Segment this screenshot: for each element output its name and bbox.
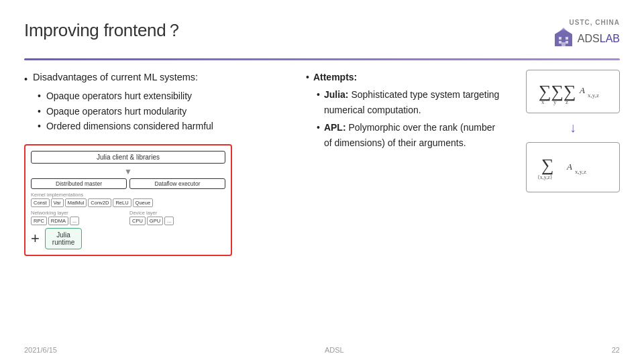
header: Improving frontend？ USTC, CHINA ADSLAB [24, 19, 620, 50]
apl-bullet: • [317, 120, 320, 135]
arch-arrow-1: ▼ [31, 167, 225, 176]
julia-bullet: • [317, 87, 320, 103]
svg-text:x: x [541, 99, 545, 105]
main-bullet-text: Disadvantages of current ML systems: [33, 70, 198, 85]
net-rpc: RPC [31, 217, 47, 225]
device-gpu: GPU [147, 217, 163, 225]
julia-attempt-text: Julia: Sophisticated type system targeti… [324, 87, 502, 118]
footer-date: 2021/6/15 [24, 346, 57, 354]
device-boxes: CPU GPU ... [129, 217, 225, 225]
slide: Improving frontend？ USTC, CHINA ADSLAB [0, 0, 644, 362]
page-title: Improving frontend？ [24, 19, 183, 42]
network-boxes: RPC RDMA ... [31, 217, 127, 225]
svg-rect-2 [566, 37, 568, 40]
plus-sign: + [31, 230, 40, 247]
lab-text: LAB [600, 33, 620, 44]
arch-diagram: Julia client & libraries ▼ Distributed m… [24, 144, 232, 256]
kernel-label: Kernel implementations [31, 192, 225, 198]
svg-text:x,y,z: x,y,z [575, 168, 586, 175]
apl-attempt-text: APL: Polymorphic over the rank (number o… [324, 120, 502, 151]
sub-bullets: • Opaque operators hurt extensibility • … [24, 88, 292, 133]
bullet-dot: • [24, 72, 28, 87]
title-underline [24, 58, 620, 60]
net-dots: ... [70, 217, 79, 225]
kernel-queue: Queue [133, 198, 154, 207]
svg-text:x,y,z: x,y,z [588, 92, 599, 99]
sub-bullet-3: • Ordered dimensions considered harmful [38, 119, 292, 133]
main-content: • Disadvantages of current ML systems: •… [24, 70, 620, 328]
kernel-var: Var [51, 198, 64, 207]
kernel-conv2d: Conv2D [88, 198, 111, 207]
footer: 2021/6/15 ADSL 22 [24, 346, 620, 354]
triple-sum-svg: ∑∑∑ x y z A x,y,z [536, 76, 610, 105]
sub-bullet-1: • Opaque operators hurt extensibility [38, 88, 292, 103]
adslab-logo: ADSLAB [552, 27, 620, 50]
apl-desc: Polymorphic over the rank (number of dim… [324, 122, 495, 148]
device-col: Device layer CPU GPU ... [129, 210, 225, 225]
svg-text:y: y [553, 99, 557, 105]
julia-client-box: Julia client & libraries [31, 151, 225, 164]
sub-text-1: Opaque operators hurt extensibility [46, 88, 192, 103]
top-math-box: ∑∑∑ x y z A x,y,z [526, 70, 620, 113]
sub-text-3: Ordered dimensions considered harmful [46, 119, 213, 133]
building-icon [552, 27, 575, 50]
arch-mid-row: Distributed master Dataflow executor [31, 178, 225, 189]
sub-dot-1: • [38, 88, 41, 103]
svg-text:{x,y,z}: {x,y,z} [537, 174, 553, 180]
network-col: Networking layer RPC RDMA ... [31, 210, 127, 225]
net-rdma: RDMA [48, 217, 68, 225]
sub-dot-3: • [38, 119, 41, 133]
apl-title: APL: [324, 122, 346, 133]
dataflow-executor-box: Dataflow executor [129, 178, 225, 189]
kernel-row: Kernel implementations Const Var MatMul … [31, 192, 225, 207]
bullet-section: • Disadvantages of current ML systems: •… [24, 70, 292, 133]
svg-marker-6 [560, 27, 567, 31]
math-arrow: ↓ [570, 120, 576, 135]
svg-rect-5 [561, 42, 566, 46]
device-dots: ... [164, 217, 174, 225]
svg-rect-3 [559, 41, 561, 44]
julia-attempt: • Julia: Sophisticated type system targe… [317, 87, 502, 118]
distributed-master-label: Distributed master [56, 180, 102, 187]
device-label: Device layer [129, 210, 225, 216]
julia-title: Julia: [324, 89, 349, 100]
ustc-label: USTC, CHINA [570, 19, 620, 26]
logo-text: ADSLAB [578, 33, 620, 45]
footer-org: ADSL [325, 346, 344, 354]
single-sum-svg: ∑ {x,y,z} A x,y,z [536, 148, 610, 184]
svg-text:∑: ∑ [541, 156, 554, 175]
sub-dot-2: • [38, 104, 41, 119]
svg-rect-1 [559, 37, 561, 40]
dataflow-executor-label: Dataflow executor [154, 180, 200, 187]
distributed-master-box: Distributed master [31, 178, 127, 189]
julia-client-label: Julia client & libraries [97, 154, 160, 161]
top-right-content: • Attempts: • Julia: Sophisticated type … [306, 70, 620, 192]
logo-area: USTC, CHINA ADSLAB [552, 19, 620, 50]
attempts-details: • Julia: Sophisticated type system targe… [306, 87, 502, 151]
math-diagrams: ∑∑∑ x y z A x,y,z ↓ [526, 70, 620, 192]
julia-desc: Sophisticated type system targeting nume… [324, 89, 499, 115]
main-bullet: • Disadvantages of current ML systems: [24, 70, 292, 87]
apl-attempt: • APL: Polymorphic over the rank (number… [317, 120, 502, 151]
kernel-const: Const [31, 198, 50, 207]
network-label: Networking layer [31, 210, 127, 216]
attempts-title-row: • Attempts: [306, 70, 502, 85]
plus-julia-row: + Juliaruntime [31, 228, 225, 249]
arch-bottom-rows: Networking layer RPC RDMA ... Device lay… [31, 210, 225, 225]
svg-rect-4 [566, 41, 568, 44]
julia-runtime-box: Juliaruntime [45, 228, 82, 249]
kernel-matmul: MatMul [65, 198, 87, 207]
right-area: • Attempts: • Julia: Sophisticated type … [306, 70, 620, 328]
attempts-heading: Attempts: [313, 70, 357, 85]
svg-text:z: z [566, 99, 568, 105]
sub-bullet-2: • Opaque operators hurt modularity [38, 104, 292, 119]
device-cpu: CPU [129, 217, 146, 225]
sub-text-2: Opaque operators hurt modularity [46, 104, 186, 119]
svg-text:A: A [566, 162, 572, 172]
attempts-section: • Attempts: • Julia: Sophisticated type … [306, 70, 502, 153]
svg-text:A: A [579, 85, 585, 95]
bullet-attempts: • [306, 70, 309, 85]
kernel-relu: ReLU [113, 198, 131, 207]
kernel-boxes: Const Var MatMul Conv2D ReLU Queue [31, 198, 225, 207]
ads-text: ADS [578, 33, 600, 44]
